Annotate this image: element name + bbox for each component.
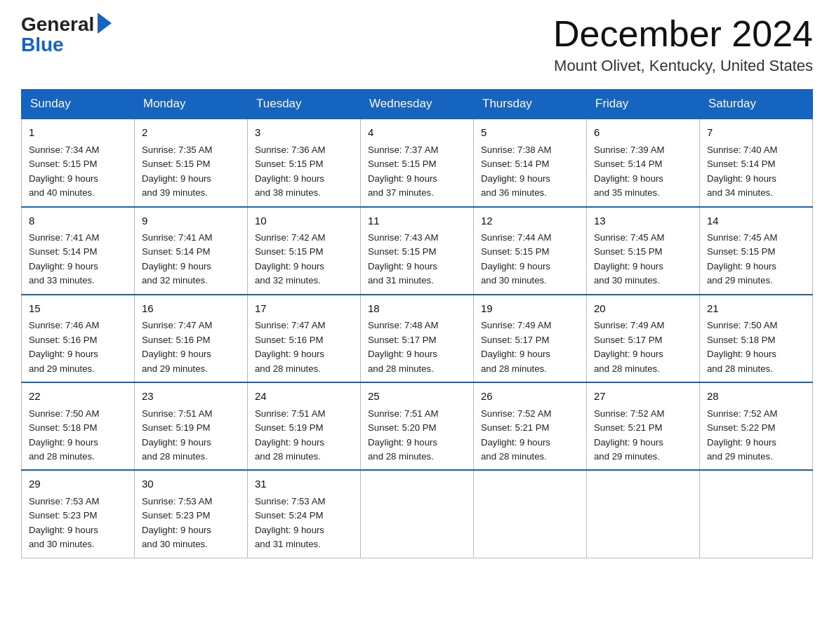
day-header-sunday: Sunday (22, 90, 135, 119)
calendar-day: 17 Sunrise: 7:47 AMSunset: 5:16 PMDaylig… (248, 295, 361, 382)
calendar-day: 9 Sunrise: 7:41 AMSunset: 5:14 PMDayligh… (135, 207, 248, 295)
day-info: Sunrise: 7:47 AMSunset: 5:16 PMDaylight:… (255, 318, 353, 376)
day-number: 10 (255, 213, 353, 229)
calendar-day (700, 470, 813, 558)
calendar-week-1: 1 Sunrise: 7:34 AMSunset: 5:15 PMDayligh… (22, 119, 813, 206)
calendar-day: 29 Sunrise: 7:53 AMSunset: 5:23 PMDaylig… (22, 470, 135, 558)
day-info: Sunrise: 7:34 AMSunset: 5:15 PMDaylight:… (29, 143, 127, 201)
day-info: Sunrise: 7:44 AMSunset: 5:15 PMDaylight:… (481, 231, 579, 288)
calendar-day: 10 Sunrise: 7:42 AMSunset: 5:15 PMDaylig… (248, 207, 361, 295)
day-number: 5 (481, 125, 579, 141)
calendar-day (474, 470, 587, 558)
calendar-table: SundayMondayTuesdayWednesdayThursdayFrid… (21, 89, 813, 558)
day-info: Sunrise: 7:51 AMSunset: 5:19 PMDaylight:… (142, 407, 240, 464)
calendar-day: 24 Sunrise: 7:51 AMSunset: 5:19 PMDaylig… (248, 382, 361, 470)
day-info: Sunrise: 7:45 AMSunset: 5:15 PMDaylight:… (594, 231, 692, 288)
day-info: Sunrise: 7:43 AMSunset: 5:15 PMDaylight:… (368, 231, 466, 288)
calendar-day (587, 470, 700, 558)
day-info: Sunrise: 7:47 AMSunset: 5:16 PMDaylight:… (142, 318, 240, 376)
day-number: 16 (142, 301, 240, 317)
day-info: Sunrise: 7:49 AMSunset: 5:17 PMDaylight:… (594, 318, 692, 376)
calendar-day: 13 Sunrise: 7:45 AMSunset: 5:15 PMDaylig… (587, 207, 700, 295)
day-info: Sunrise: 7:53 AMSunset: 5:24 PMDaylight:… (255, 495, 353, 552)
day-number: 13 (594, 213, 692, 229)
calendar-day: 26 Sunrise: 7:52 AMSunset: 5:21 PMDaylig… (474, 382, 587, 470)
logo-general-text: General (21, 15, 94, 34)
day-info: Sunrise: 7:53 AMSunset: 5:23 PMDaylight:… (142, 495, 240, 552)
calendar-day: 4 Sunrise: 7:37 AMSunset: 5:15 PMDayligh… (361, 119, 474, 206)
calendar-day: 23 Sunrise: 7:51 AMSunset: 5:19 PMDaylig… (135, 382, 248, 470)
day-number: 29 (29, 476, 127, 492)
day-header-friday: Friday (587, 90, 700, 119)
logo-arrow-icon (98, 13, 112, 34)
calendar-day: 14 Sunrise: 7:45 AMSunset: 5:15 PMDaylig… (700, 207, 813, 295)
day-number: 15 (29, 301, 127, 317)
day-header-wednesday: Wednesday (361, 90, 474, 119)
day-number: 31 (255, 476, 353, 492)
day-number: 3 (255, 125, 353, 141)
day-number: 26 (481, 389, 579, 405)
calendar-day: 28 Sunrise: 7:52 AMSunset: 5:22 PMDaylig… (700, 382, 813, 470)
calendar-day: 19 Sunrise: 7:49 AMSunset: 5:17 PMDaylig… (474, 295, 587, 382)
day-number: 18 (368, 301, 466, 317)
day-info: Sunrise: 7:35 AMSunset: 5:15 PMDaylight:… (142, 143, 240, 201)
day-info: Sunrise: 7:51 AMSunset: 5:19 PMDaylight:… (255, 407, 353, 464)
calendar-day: 12 Sunrise: 7:44 AMSunset: 5:15 PMDaylig… (474, 207, 587, 295)
day-info: Sunrise: 7:53 AMSunset: 5:23 PMDaylight:… (29, 495, 127, 552)
day-number: 14 (707, 213, 805, 229)
calendar-week-3: 15 Sunrise: 7:46 AMSunset: 5:16 PMDaylig… (22, 295, 813, 382)
day-info: Sunrise: 7:40 AMSunset: 5:14 PMDaylight:… (707, 143, 805, 201)
day-header-saturday: Saturday (700, 90, 813, 119)
day-info: Sunrise: 7:52 AMSunset: 5:21 PMDaylight:… (481, 407, 579, 464)
day-info: Sunrise: 7:37 AMSunset: 5:15 PMDaylight:… (368, 143, 466, 201)
day-info: Sunrise: 7:45 AMSunset: 5:15 PMDaylight:… (707, 231, 805, 288)
day-info: Sunrise: 7:36 AMSunset: 5:15 PMDaylight:… (255, 143, 353, 201)
day-info: Sunrise: 7:52 AMSunset: 5:22 PMDaylight:… (707, 407, 805, 464)
day-info: Sunrise: 7:50 AMSunset: 5:18 PMDaylight:… (707, 318, 805, 376)
calendar-day: 21 Sunrise: 7:50 AMSunset: 5:18 PMDaylig… (700, 295, 813, 382)
page-header: General Blue December 2024 Mount Olivet,… (21, 14, 813, 75)
day-number: 30 (142, 476, 240, 492)
day-info: Sunrise: 7:52 AMSunset: 5:21 PMDaylight:… (594, 407, 692, 464)
day-number: 21 (707, 301, 805, 317)
day-number: 27 (594, 389, 692, 405)
calendar-day: 22 Sunrise: 7:50 AMSunset: 5:18 PMDaylig… (22, 382, 135, 470)
day-number: 28 (707, 389, 805, 405)
calendar-day: 18 Sunrise: 7:48 AMSunset: 5:17 PMDaylig… (361, 295, 474, 382)
day-info: Sunrise: 7:46 AMSunset: 5:16 PMDaylight:… (29, 318, 127, 376)
day-number: 9 (142, 213, 240, 229)
calendar-day: 11 Sunrise: 7:43 AMSunset: 5:15 PMDaylig… (361, 207, 474, 295)
day-info: Sunrise: 7:50 AMSunset: 5:18 PMDaylight:… (29, 407, 127, 464)
calendar-day: 31 Sunrise: 7:53 AMSunset: 5:24 PMDaylig… (248, 470, 361, 558)
day-info: Sunrise: 7:48 AMSunset: 5:17 PMDaylight:… (368, 318, 466, 376)
day-number: 22 (29, 389, 127, 405)
calendar-day: 6 Sunrise: 7:39 AMSunset: 5:14 PMDayligh… (587, 119, 700, 206)
calendar-day: 1 Sunrise: 7:34 AMSunset: 5:15 PMDayligh… (22, 119, 135, 206)
day-number: 23 (142, 389, 240, 405)
calendar-day: 16 Sunrise: 7:47 AMSunset: 5:16 PMDaylig… (135, 295, 248, 382)
logo: General Blue (21, 14, 112, 55)
day-number: 7 (707, 125, 805, 141)
calendar-day: 30 Sunrise: 7:53 AMSunset: 5:23 PMDaylig… (135, 470, 248, 558)
day-info: Sunrise: 7:41 AMSunset: 5:14 PMDaylight:… (142, 231, 240, 288)
calendar-day: 20 Sunrise: 7:49 AMSunset: 5:17 PMDaylig… (587, 295, 700, 382)
page-title: December 2024 (553, 14, 813, 54)
day-number: 20 (594, 301, 692, 317)
calendar-week-5: 29 Sunrise: 7:53 AMSunset: 5:23 PMDaylig… (22, 470, 813, 558)
day-info: Sunrise: 7:39 AMSunset: 5:14 PMDaylight:… (594, 143, 692, 201)
calendar-day: 8 Sunrise: 7:41 AMSunset: 5:14 PMDayligh… (22, 207, 135, 295)
calendar-day: 5 Sunrise: 7:38 AMSunset: 5:14 PMDayligh… (474, 119, 587, 206)
day-number: 11 (368, 213, 466, 229)
calendar-day: 27 Sunrise: 7:52 AMSunset: 5:21 PMDaylig… (587, 382, 700, 470)
day-info: Sunrise: 7:51 AMSunset: 5:20 PMDaylight:… (368, 407, 466, 464)
day-info: Sunrise: 7:49 AMSunset: 5:17 PMDaylight:… (481, 318, 579, 376)
day-header-monday: Monday (135, 90, 248, 119)
calendar-day (361, 470, 474, 558)
day-number: 24 (255, 389, 353, 405)
day-info: Sunrise: 7:41 AMSunset: 5:14 PMDaylight:… (29, 231, 127, 288)
calendar-day: 15 Sunrise: 7:46 AMSunset: 5:16 PMDaylig… (22, 295, 135, 382)
day-number: 19 (481, 301, 579, 317)
title-block: December 2024 Mount Olivet, Kentucky, Un… (553, 14, 813, 75)
calendar-header-row: SundayMondayTuesdayWednesdayThursdayFrid… (22, 90, 813, 119)
calendar-week-2: 8 Sunrise: 7:41 AMSunset: 5:14 PMDayligh… (22, 207, 813, 295)
